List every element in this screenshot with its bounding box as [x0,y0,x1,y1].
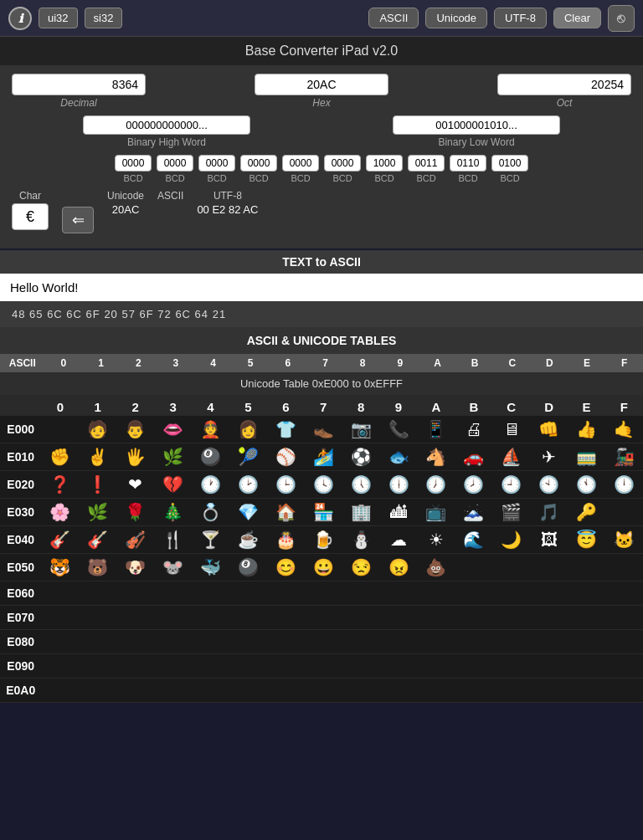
emoji-cell[interactable]: ✈ [530,445,568,469]
emoji-cell[interactable]: 🐴 [417,445,455,469]
emoji-cell[interactable]: ✊ [41,445,79,469]
bcd-input-8[interactable] [450,155,486,172]
emoji-cell[interactable]: 💩 [417,556,455,579]
emoji-cell[interactable]: 🕔 [342,473,380,496]
hex-input[interactable] [255,74,388,95]
emoji-cell[interactable]: 🕘 [492,473,530,496]
emoji-cell[interactable]: 😇 [568,528,605,551]
emoji-cell[interactable]: ⛵ [492,445,530,469]
emoji-cell[interactable]: ☕ [229,528,267,551]
clear-button[interactable]: Clear [553,8,601,28]
emoji-cell[interactable]: 👄 [154,417,192,441]
emoji-cell[interactable]: 📺 [417,500,455,524]
bcd-input-4[interactable] [282,155,319,172]
ui32-button[interactable]: ui32 [39,8,78,28]
emoji-cell[interactable]: 💍 [192,500,229,524]
emoji-cell[interactable]: 👨 [116,417,154,441]
emoji-cell[interactable]: 🎱 [192,445,229,469]
emoji-cell[interactable]: 📞 [380,417,418,441]
emoji-cell[interactable]: 🍸 [192,528,229,551]
emoji-cell[interactable]: 🏙 [380,501,418,524]
emoji-cell[interactable]: 📱 [417,417,455,441]
emoji-cell[interactable]: 🌿 [154,445,192,469]
emoji-cell[interactable]: 🌹 [116,500,154,524]
emoji-cell[interactable]: 👞 [305,417,342,441]
emoji-cell[interactable]: 🗻 [455,500,492,524]
emoji-cell[interactable]: 😀 [305,556,342,579]
bcd-input-0[interactable] [115,155,152,172]
emoji-cell[interactable]: 🐳 [192,556,229,579]
emoji-cell[interactable]: 🕚 [568,473,605,496]
emoji-cell[interactable]: ❤ [116,473,154,496]
emoji-cell[interactable]: 🐟 [380,445,418,469]
emoji-cell[interactable]: 🎄 [154,500,192,524]
emoji-cell[interactable]: 🎬 [492,500,530,524]
emoji-cell[interactable]: 👊 [530,417,568,441]
emoji-cell[interactable]: 🐶 [116,556,154,579]
emoji-cell[interactable]: 🏢 [342,500,380,524]
emoji-cell[interactable]: 😠 [380,556,418,579]
binary-low-input[interactable] [393,115,560,135]
emoji-cell[interactable]: 🎵 [530,500,568,524]
emoji-cell[interactable]: 🏪 [305,500,342,524]
emoji-cell[interactable]: 🔑 [568,500,605,524]
emoji-cell[interactable]: ☀ [417,528,455,551]
emoji-cell[interactable]: 🕓 [305,473,342,496]
emoji-cell[interactable]: 💎 [229,500,267,524]
emoji-cell[interactable]: 👩 [229,417,267,441]
emoji-cell[interactable]: 🖐 [116,445,154,469]
emoji-cell[interactable]: ❓ [41,473,79,496]
emoji-cell[interactable]: 🐯 [41,556,79,579]
bcd-input-5[interactable] [324,155,361,172]
emoji-cell[interactable]: 😊 [267,556,305,579]
binary-high-input[interactable] [83,115,250,135]
emoji-cell[interactable]: 🕑 [229,473,267,496]
emoji-cell[interactable]: 🎂 [267,528,305,551]
emoji-cell[interactable]: 🎸 [79,528,116,551]
emoji-cell[interactable]: 🎸 [41,528,79,551]
emoji-cell[interactable]: ⚾ [267,445,305,469]
emoji-cell[interactable]: ⚽ [342,445,380,469]
emoji-cell[interactable]: 😒 [342,556,380,579]
ascii-button[interactable]: ASCII [368,8,419,28]
emoji-cell[interactable]: ❗ [79,473,116,496]
emoji-cell[interactable]: 🧑 [79,417,116,441]
emoji-cell[interactable]: 🕒 [267,473,305,496]
emoji-cell[interactable]: 🍴 [154,528,192,551]
bcd-input-2[interactable] [198,155,235,172]
bcd-input-9[interactable] [491,155,528,172]
emoji-cell[interactable]: 🕐 [192,473,229,496]
emoji-cell[interactable]: 🕕 [380,473,418,496]
emoji-cell[interactable]: ✌ [79,445,116,469]
bcd-input-1[interactable] [157,155,193,172]
emoji-cell[interactable]: 🌊 [455,528,492,551]
emoji-cell[interactable]: 🕙 [530,473,568,496]
emoji-cell[interactable]: 🤙 [605,417,643,441]
emoji-cell[interactable]: 🎾 [229,445,267,469]
emoji-cell[interactable]: 👲 [192,417,229,441]
bcd-input-7[interactable] [408,155,445,172]
utf8-button[interactable]: UTF-8 [494,8,547,28]
emoji-cell[interactable]: 🚗 [455,445,492,469]
bcd-input-6[interactable] [366,155,403,172]
emoji-cell[interactable]: 🖼 [530,529,568,551]
info-button[interactable]: ℹ [8,7,32,30]
emoji-cell[interactable]: 🚂 [605,445,643,469]
emoji-cell[interactable]: 🖥 [492,418,530,441]
emoji-cell[interactable]: 🐭 [154,556,192,579]
decimal-input[interactable] [12,74,146,95]
bcd-input-3[interactable] [240,155,277,172]
emoji-cell[interactable]: 🍺 [305,528,342,551]
emoji-cell[interactable]: 💔 [154,473,192,496]
emoji-cell[interactable]: 🕗 [455,473,492,496]
emoji-cell[interactable]: 🐻 [79,556,116,579]
emoji-cell[interactable]: 🐱 [605,528,643,551]
emoji-cell[interactable]: 🎱 [229,556,267,579]
share-button[interactable]: ⎋ [608,5,635,32]
emoji-cell[interactable]: 🎻 [116,528,154,551]
emoji-cell[interactable]: 🌙 [492,528,530,551]
emoji-cell[interactable]: 👍 [568,417,605,441]
emoji-cell[interactable]: 👕 [267,417,305,441]
emoji-cell[interactable]: 🖨 [455,418,492,441]
emoji-cell[interactable]: 📷 [342,417,380,441]
